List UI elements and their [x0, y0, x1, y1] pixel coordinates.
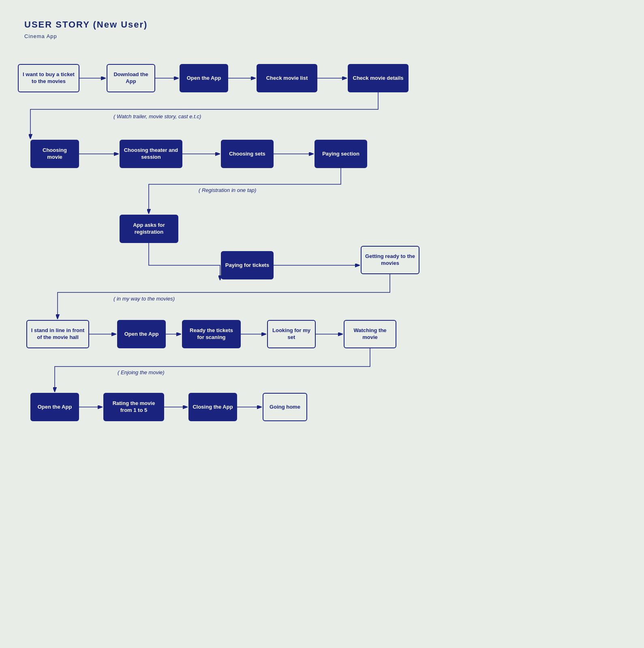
node-n19: Rating the movie from 1 to 5 — [103, 393, 164, 421]
node-n5: Check movie details — [348, 64, 409, 92]
annotation-a2: ( Registration in one tap) — [199, 187, 256, 193]
node-n13: I stand in line in front of the movie ha… — [26, 320, 89, 348]
node-n4: Check movie list — [257, 64, 317, 92]
node-n15: Ready the tickets for scaning — [182, 320, 241, 348]
node-n21: Going home — [263, 393, 307, 421]
node-n7: Choosing theater and session — [120, 140, 182, 168]
annotation-a1: ( Watch trailer, movie story, cast e.t.c… — [113, 113, 201, 119]
annotation-a4: ( Enjoing the movie) — [118, 369, 165, 375]
node-n14: Open the App — [117, 320, 166, 348]
node-n8: Choosing sets — [221, 140, 274, 168]
node-n12: Getting ready to the movies — [361, 246, 419, 274]
page-subtitle: Cinema App — [24, 33, 57, 39]
node-n3: Open the App — [180, 64, 228, 92]
node-n10: App asks for registration — [120, 215, 178, 243]
node-n2: Download the App — [107, 64, 155, 92]
page-title: USER STORY (New User) — [24, 19, 148, 30]
node-n17: Watching the movie — [344, 320, 396, 348]
node-n16: Looking for my set — [267, 320, 316, 348]
annotation-a3: ( in my way to the movies) — [113, 296, 175, 302]
node-n1: I want to buy a ticket to the movies — [18, 64, 79, 92]
node-n11: Paying for tickets — [221, 251, 274, 279]
node-n6: Choosing movie — [30, 140, 79, 168]
node-n9: Paying section — [315, 140, 367, 168]
node-n18: Open the App — [30, 393, 79, 421]
node-n20: Closing the App — [188, 393, 237, 421]
